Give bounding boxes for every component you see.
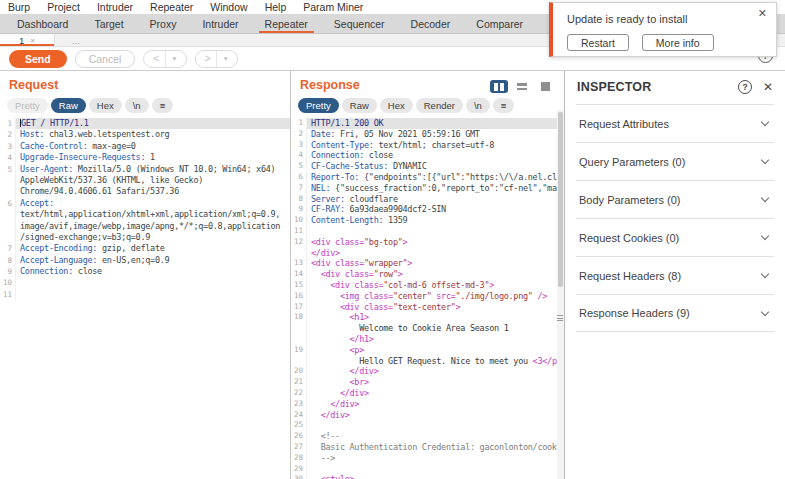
- line-text[interactable]: NEL: {"success_fraction":0,"report_to":"…: [307, 183, 564, 194]
- line-text[interactable]: [307, 226, 564, 237]
- editor-line[interactable]: 27 Basic Authentication Credential: gaco…: [291, 442, 564, 453]
- forward-dropdown-icon[interactable]: ▼: [217, 55, 236, 62]
- tab-target[interactable]: Target: [81, 14, 136, 33]
- editor-line[interactable]: 10: [0, 277, 290, 288]
- line-text[interactable]: </h1>: [307, 334, 564, 345]
- line-text[interactable]: <div class="wrapper">: [307, 258, 564, 269]
- line-text[interactable]: Host: chal3.web.letspentest.org: [16, 129, 290, 140]
- editor-line[interactable]: 8Accept-Language: en-US,en;q=0.9: [0, 255, 290, 266]
- editor-line[interactable]: 9CF-RAY: 6a93daea9904dcf2-SIN: [291, 204, 564, 215]
- editor-line[interactable]: 22 </div>: [291, 388, 564, 399]
- chevron-down-icon[interactable]: [761, 118, 769, 126]
- line-text[interactable]: </div>: [307, 399, 564, 410]
- line-text[interactable]: Connection: close: [307, 150, 564, 161]
- line-text[interactable]: Date: Fri, 05 Nov 2021 05:59:16 GMT: [307, 129, 564, 140]
- editor-line[interactable]: 12<div class="bg-top">: [291, 237, 564, 248]
- response-scrollbar[interactable]: [557, 110, 564, 479]
- repeater-tab-more[interactable]: ...: [55, 34, 97, 46]
- editor-line[interactable]: 13<div class="wrapper">: [291, 258, 564, 269]
- editor-line[interactable]: 20 </div>: [291, 366, 564, 377]
- line-text[interactable]: Cache-Control: max-age=0: [16, 141, 290, 152]
- response-tab-hex[interactable]: Hex: [380, 98, 413, 113]
- editor-line[interactable]: 29: [291, 464, 564, 475]
- request-editor[interactable]: 1GET / HTTP/1.12Host: chal3.web.letspent…: [0, 118, 290, 479]
- inspector-section-query-parameters[interactable]: Query Parameters (0): [576, 142, 774, 180]
- request-menu-icon[interactable]: ≡: [152, 98, 174, 113]
- tab-dashboard[interactable]: Dashboard: [4, 14, 81, 33]
- line-text[interactable]: Accept-Encoding: gzip, deflate: [16, 243, 290, 254]
- editor-line[interactable]: 3Content-Type: text/html; charset=utf-8: [291, 140, 564, 151]
- repeater-tab-1[interactable]: 1 ×: [0, 34, 55, 46]
- menu-item-repeater[interactable]: Repeater: [150, 1, 193, 13]
- tab-close-icon[interactable]: ×: [30, 36, 35, 45]
- tab-comparer[interactable]: Comparer: [463, 14, 536, 33]
- tab-decoder[interactable]: Decoder: [398, 14, 464, 33]
- line-text[interactable]: Upgrade-Insecure-Requests: 1: [16, 152, 290, 163]
- tab-intruder[interactable]: Intruder: [189, 14, 251, 33]
- inspector-section-request-cookies[interactable]: Request Cookies (0): [576, 218, 774, 256]
- line-text[interactable]: <div class="row">: [307, 269, 564, 280]
- menu-item-burp[interactable]: Burp: [8, 1, 30, 13]
- rows-view-icon[interactable]: [513, 80, 531, 93]
- response-editor[interactable]: 1HTTP/1.1 200 OK2Date: Fri, 05 Nov 2021 …: [291, 118, 564, 479]
- send-button[interactable]: Send: [9, 50, 67, 68]
- scrollbar-thumb[interactable]: [558, 112, 563, 287]
- line-text[interactable]: <div class="col-md-6 offset-md-3">: [307, 280, 564, 291]
- line-text[interactable]: AppleWebKit/537.36 (KHTML, like Gecko): [16, 175, 290, 186]
- line-text[interactable]: <style>: [307, 474, 564, 479]
- chevron-down-icon[interactable]: [761, 156, 769, 164]
- line-text[interactable]: Accept-Language: en-US,en;q=0.9: [16, 255, 290, 266]
- inspector-section-request-attributes[interactable]: Request Attributes: [576, 104, 774, 142]
- editor-line[interactable]: 11: [291, 226, 564, 237]
- panel-resize-grip[interactable]: [557, 315, 563, 321]
- editor-line[interactable]: Hello GET Request. Nice to meet you <3</…: [291, 356, 564, 367]
- line-text[interactable]: <div class="text-center">: [307, 302, 564, 313]
- editor-line[interactable]: Chrome/94.0.4606.61 Safari/537.36: [0, 186, 290, 197]
- editor-line[interactable]: 17 <div class="text-center">: [291, 302, 564, 313]
- line-text[interactable]: Server: cloudflare: [307, 194, 564, 205]
- line-text[interactable]: Accept:: [16, 198, 290, 209]
- editor-line[interactable]: 2Host: chal3.web.letspentest.org: [0, 129, 290, 140]
- line-text[interactable]: Welcome to Cookie Area Season 1: [307, 323, 564, 334]
- line-text[interactable]: Hello GET Request. Nice to meet you <3</…: [307, 356, 564, 367]
- chevron-down-icon[interactable]: [761, 307, 769, 315]
- line-text[interactable]: User-Agent: Mozilla/5.0 (Windows NT 10.0…: [16, 164, 290, 175]
- line-text[interactable]: </div>: [307, 410, 564, 421]
- editor-line[interactable]: 6Report-To: {"endpoints":[{"url":"https:…: [291, 172, 564, 183]
- menu-item-intruder[interactable]: Intruder: [97, 1, 133, 13]
- inspector-section-response-headers[interactable]: Response Headers (9): [576, 294, 774, 332]
- chevron-down-icon[interactable]: [761, 194, 769, 202]
- editor-line[interactable]: 16 <img class="center" src="./img/logo.p…: [291, 291, 564, 302]
- editor-line[interactable]: image/avif,image/webp,image/apng,*/*;q=0…: [0, 221, 290, 232]
- tab-repeater[interactable]: Repeater: [252, 14, 321, 33]
- line-text[interactable]: [307, 420, 564, 431]
- editor-line[interactable]: 1HTTP/1.1 200 OK: [291, 118, 564, 129]
- request-tab-hex[interactable]: Hex: [89, 98, 122, 113]
- editor-line[interactable]: 8Server: cloudflare: [291, 194, 564, 205]
- single-view-icon[interactable]: [536, 80, 554, 93]
- editor-line[interactable]: 5CF-Cache-Status: DYNAMIC: [291, 161, 564, 172]
- editor-line[interactable]: 28 -->: [291, 453, 564, 464]
- editor-line[interactable]: AppleWebKit/537.36 (KHTML, like Gecko): [0, 175, 290, 186]
- line-text[interactable]: image/avif,image/webp,image/apng,*/*;q=0…: [16, 221, 290, 232]
- line-text[interactable]: CF-RAY: 6a93daea9904dcf2-SIN: [307, 204, 564, 215]
- line-text[interactable]: </div>: [307, 388, 564, 399]
- editor-line[interactable]: Welcome to Cookie Area Season 1: [291, 323, 564, 334]
- line-text[interactable]: [16, 277, 290, 288]
- editor-line[interactable]: 2Date: Fri, 05 Nov 2021 05:59:16 GMT: [291, 129, 564, 140]
- inspector-section-body-parameters[interactable]: Body Parameters (0): [576, 180, 774, 218]
- line-text[interactable]: text/html,application/xhtml+xml,applicat…: [16, 209, 290, 220]
- line-text[interactable]: Chrome/94.0.4606.61 Safari/537.36: [16, 186, 290, 197]
- line-text[interactable]: -->: [307, 453, 564, 464]
- editor-line[interactable]: text/html,application/xhtml+xml,applicat…: [0, 209, 290, 220]
- line-text[interactable]: <!--: [307, 431, 564, 442]
- line-text[interactable]: CF-Cache-Status: DYNAMIC: [307, 161, 564, 172]
- line-text[interactable]: <img class="center" src="./img/logo.png"…: [307, 291, 564, 302]
- editor-line[interactable]: 11: [0, 289, 290, 300]
- editor-line[interactable]: 26 <!--: [291, 431, 564, 442]
- editor-line[interactable]: 21 <br>: [291, 377, 564, 388]
- inspector-help-icon[interactable]: ?: [738, 80, 752, 94]
- editor-line[interactable]: </div>: [291, 248, 564, 259]
- line-text[interactable]: <br>: [307, 377, 564, 388]
- line-text[interactable]: Basic Authentication Credential: gaconlo…: [307, 442, 564, 453]
